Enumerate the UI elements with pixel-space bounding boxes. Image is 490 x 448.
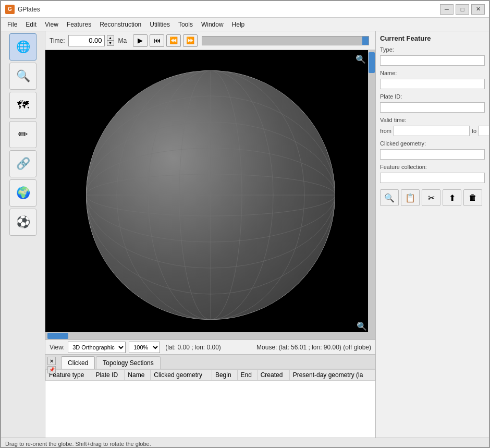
valid-time-label: Valid time: <box>380 117 485 123</box>
valid-time-row: from to <box>380 126 485 136</box>
statusbar: Drag to re-orient the globe. Shift+drag … <box>1 438 489 448</box>
h-scroll-thumb[interactable] <box>47 333 68 339</box>
col-clicked-geometry: Clicked geometry <box>151 370 212 381</box>
plate-id-field[interactable] <box>380 102 485 113</box>
col-end: End <box>237 370 257 381</box>
titlebar: G GPlates ─ □ ✕ <box>1 1 489 18</box>
type-label: Type: <box>380 46 485 53</box>
properties-btn[interactable]: 📋 <box>401 189 420 206</box>
name-label: Name: <box>380 70 485 76</box>
query-btn[interactable]: 🔍 <box>380 189 399 206</box>
skip-start-button[interactable]: ⏮ <box>150 34 164 47</box>
table-area: Feature typePlate IDNameClicked geometry… <box>45 369 375 438</box>
window-controls: ─ □ ✕ <box>440 4 485 15</box>
action-buttons: 🔍📋✂⬆🗑 <box>380 189 485 206</box>
time-spinner: ▲ ▼ <box>107 35 114 46</box>
minimize-button[interactable]: ─ <box>440 4 454 15</box>
skip-back-button[interactable]: ⏪ <box>166 34 181 47</box>
col-present-day-geometry-(la: Present-day geometry (la <box>289 370 375 381</box>
content-top: Time: ▲ ▼ Ma ▶ ⏮ ⏪ ⏩ <box>45 31 489 438</box>
status-text: Drag to re-orient the globe. Shift+drag … <box>5 441 151 447</box>
from-label: from <box>380 128 391 134</box>
tab-clicked[interactable]: Clicked <box>61 356 95 369</box>
plate-id-label: Plate ID: <box>380 93 485 100</box>
edit-geometry-btn[interactable]: ✏ <box>9 121 36 148</box>
globe-sphere <box>86 70 335 320</box>
globe-orient-btn[interactable]: 🌐 <box>9 33 36 60</box>
coords-display: (lat: 0.00 ; lon: 0.00) <box>165 344 221 351</box>
topology-btn[interactable]: 🔗 <box>9 150 36 177</box>
progress-thumb <box>362 37 369 45</box>
col-created: Created <box>257 370 289 381</box>
menubar: FileEditViewFeaturesReconstructionUtilit… <box>1 18 489 31</box>
progress-bar[interactable] <box>202 36 369 45</box>
type-field[interactable] <box>380 55 485 66</box>
globe-area: Time: ▲ ▼ Ma ▶ ⏮ ⏪ ⏩ <box>45 31 375 438</box>
v-scroll-thumb[interactable] <box>369 52 375 73</box>
to-field[interactable] <box>479 126 489 136</box>
globe-view[interactable]: 🔍 🔍 <box>45 50 375 340</box>
name-field[interactable] <box>380 79 485 89</box>
tab-topology-sections[interactable]: Topology Sections <box>96 356 160 369</box>
feature-collection-field[interactable] <box>380 173 485 183</box>
main-layout: 🌐🔍🗺✏🔗🌍⚽ Time: ▲ ▼ Ma ▶ ⏮ ⏪ ⏩ <box>1 31 489 438</box>
export-btn[interactable]: ⬆ <box>443 189 461 206</box>
features-table: Feature typePlate IDNameClicked geometry… <box>45 369 375 381</box>
clicked-geometry-label: Clicked geometry: <box>380 140 485 147</box>
globe-canvas <box>86 70 335 320</box>
header-row: Feature typePlate IDNameClicked geometry… <box>46 370 375 381</box>
menu-item-edit[interactable]: Edit <box>21 19 41 30</box>
globe-ball-btn[interactable]: ⚽ <box>9 209 36 236</box>
menu-item-features[interactable]: Features <box>63 19 95 30</box>
window-title: GPlates <box>18 6 440 13</box>
menu-item-reconstruction[interactable]: Reconstruction <box>95 19 145 30</box>
panel-pin-button[interactable]: 📌 <box>47 366 56 373</box>
globe-view-btn[interactable]: 🌍 <box>9 179 36 207</box>
view-label: View: <box>50 344 65 351</box>
menu-item-file[interactable]: File <box>3 19 21 30</box>
from-field[interactable] <box>394 126 470 136</box>
time-spin-down[interactable]: ▼ <box>107 41 114 46</box>
zoom-icon-bottom[interactable]: 🔍 <box>357 321 367 331</box>
menu-item-window[interactable]: Window <box>197 19 228 30</box>
col-name: Name <box>125 370 151 381</box>
globe-grid-svg <box>86 70 335 320</box>
content-pane: Time: ▲ ▼ Ma ▶ ⏮ ⏪ ⏩ <box>45 31 489 438</box>
feature-collection-label: Feature collection: <box>380 164 485 170</box>
to-label: to <box>472 128 476 134</box>
bottom-panel: ✕ 📌 ClickedTopology Sections Feature typ… <box>45 354 375 438</box>
view-bar: View: 3D Orthographic2D Map3D Flat 100% … <box>45 340 375 354</box>
right-panel: Current Feature Type: Name: Plate ID: Va… <box>375 31 489 438</box>
horizontal-scrollbar[interactable] <box>45 332 368 340</box>
menu-item-tools[interactable]: Tools <box>174 19 197 30</box>
current-feature-title: Current Feature <box>380 34 485 42</box>
app-icon: G <box>5 5 15 14</box>
col-plate-id: Plate ID <box>92 370 125 381</box>
close-button[interactable]: ✕ <box>471 4 485 15</box>
panel-close-button[interactable]: ✕ <box>47 357 56 365</box>
zoom-btn[interactable]: 🔍 <box>9 63 36 90</box>
menu-item-help[interactable]: Help <box>228 19 249 30</box>
time-input[interactable] <box>68 35 105 46</box>
delete-btn[interactable]: 🗑 <box>463 189 482 206</box>
edit-geom-btn[interactable]: ✂ <box>422 189 440 206</box>
table-header: Feature typePlate IDNameClicked geometry… <box>46 370 375 381</box>
menu-item-view[interactable]: View <box>41 19 63 30</box>
view-select[interactable]: 3D Orthographic2D Map3D Flat <box>68 342 126 353</box>
skip-forward-button[interactable]: ⏩ <box>183 34 198 47</box>
menu-item-utilities[interactable]: Utilities <box>145 19 174 30</box>
time-label: Time: <box>50 37 65 44</box>
ma-label: Ma <box>118 37 127 44</box>
maximize-button[interactable]: □ <box>456 4 469 15</box>
clicked-geometry-field[interactable] <box>380 149 485 160</box>
mouse-coords: Mouse: (lat: 56.01 ; lon: 90.00) (off gl… <box>256 344 371 351</box>
left-toolbar: 🌐🔍🗺✏🔗🌍⚽ <box>1 31 45 438</box>
zoom-icon-top[interactable]: 🔍 <box>356 54 366 64</box>
vertical-scrollbar[interactable] <box>368 50 375 340</box>
tab-bar: ✕ 📌 ClickedTopology Sections <box>45 355 375 369</box>
zoom-select[interactable]: 100% 50% 200% <box>129 342 160 353</box>
africa-btn[interactable]: 🗺 <box>9 92 36 119</box>
time-spin-up[interactable]: ▲ <box>107 35 114 41</box>
col-begin: Begin <box>212 370 237 381</box>
play-button[interactable]: ▶ <box>133 34 148 47</box>
